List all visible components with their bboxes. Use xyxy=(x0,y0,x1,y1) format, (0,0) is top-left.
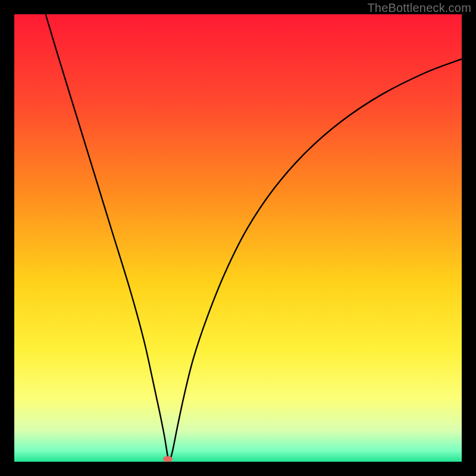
chart-container xyxy=(14,14,462,462)
bottleneck-chart xyxy=(14,14,462,462)
gradient-background xyxy=(14,14,462,462)
watermark-text: TheBottleneck.com xyxy=(367,1,471,15)
